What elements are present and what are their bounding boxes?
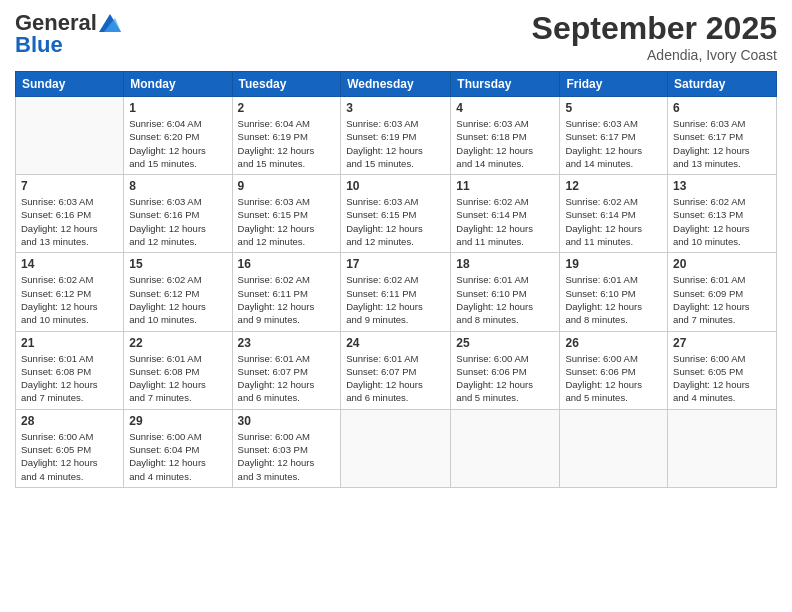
logo-icon (99, 14, 121, 32)
table-row: 4Sunrise: 6:03 AMSunset: 6:18 PMDaylight… (451, 97, 560, 175)
day-number: 13 (673, 179, 771, 193)
day-info: Sunrise: 6:01 AMSunset: 6:08 PMDaylight:… (129, 352, 226, 405)
calendar-week-row: 21Sunrise: 6:01 AMSunset: 6:08 PMDayligh… (16, 331, 777, 409)
day-number: 21 (21, 336, 118, 350)
day-number: 24 (346, 336, 445, 350)
table-row: 27Sunrise: 6:00 AMSunset: 6:05 PMDayligh… (668, 331, 777, 409)
day-number: 28 (21, 414, 118, 428)
day-number: 10 (346, 179, 445, 193)
month-title: September 2025 (532, 10, 777, 47)
day-info: Sunrise: 6:02 AMSunset: 6:14 PMDaylight:… (456, 195, 554, 248)
day-number: 9 (238, 179, 336, 193)
table-row (560, 409, 668, 487)
table-row: 12Sunrise: 6:02 AMSunset: 6:14 PMDayligh… (560, 175, 668, 253)
day-info: Sunrise: 6:02 AMSunset: 6:12 PMDaylight:… (21, 273, 118, 326)
table-row: 21Sunrise: 6:01 AMSunset: 6:08 PMDayligh… (16, 331, 124, 409)
title-block: September 2025 Adendia, Ivory Coast (532, 10, 777, 63)
day-number: 14 (21, 257, 118, 271)
day-info: Sunrise: 6:04 AMSunset: 6:19 PMDaylight:… (238, 117, 336, 170)
day-number: 27 (673, 336, 771, 350)
day-number: 30 (238, 414, 336, 428)
day-info: Sunrise: 6:00 AMSunset: 6:05 PMDaylight:… (673, 352, 771, 405)
table-row: 11Sunrise: 6:02 AMSunset: 6:14 PMDayligh… (451, 175, 560, 253)
table-row (668, 409, 777, 487)
table-row: 6Sunrise: 6:03 AMSunset: 6:17 PMDaylight… (668, 97, 777, 175)
day-info: Sunrise: 6:00 AMSunset: 6:06 PMDaylight:… (565, 352, 662, 405)
table-row: 18Sunrise: 6:01 AMSunset: 6:10 PMDayligh… (451, 253, 560, 331)
header-tuesday: Tuesday (232, 72, 341, 97)
day-info: Sunrise: 6:00 AMSunset: 6:06 PMDaylight:… (456, 352, 554, 405)
calendar-week-row: 7Sunrise: 6:03 AMSunset: 6:16 PMDaylight… (16, 175, 777, 253)
day-info: Sunrise: 6:03 AMSunset: 6:15 PMDaylight:… (238, 195, 336, 248)
table-row: 29Sunrise: 6:00 AMSunset: 6:04 PMDayligh… (124, 409, 232, 487)
table-row: 28Sunrise: 6:00 AMSunset: 6:05 PMDayligh… (16, 409, 124, 487)
day-info: Sunrise: 6:02 AMSunset: 6:14 PMDaylight:… (565, 195, 662, 248)
day-number: 7 (21, 179, 118, 193)
table-row: 26Sunrise: 6:00 AMSunset: 6:06 PMDayligh… (560, 331, 668, 409)
day-number: 1 (129, 101, 226, 115)
table-row: 3Sunrise: 6:03 AMSunset: 6:19 PMDaylight… (341, 97, 451, 175)
header-saturday: Saturday (668, 72, 777, 97)
location-subtitle: Adendia, Ivory Coast (532, 47, 777, 63)
day-number: 23 (238, 336, 336, 350)
header-wednesday: Wednesday (341, 72, 451, 97)
day-number: 22 (129, 336, 226, 350)
day-info: Sunrise: 6:01 AMSunset: 6:07 PMDaylight:… (238, 352, 336, 405)
calendar-week-row: 28Sunrise: 6:00 AMSunset: 6:05 PMDayligh… (16, 409, 777, 487)
table-row: 22Sunrise: 6:01 AMSunset: 6:08 PMDayligh… (124, 331, 232, 409)
day-info: Sunrise: 6:01 AMSunset: 6:07 PMDaylight:… (346, 352, 445, 405)
day-number: 29 (129, 414, 226, 428)
table-row: 5Sunrise: 6:03 AMSunset: 6:17 PMDaylight… (560, 97, 668, 175)
table-row: 30Sunrise: 6:00 AMSunset: 6:03 PMDayligh… (232, 409, 341, 487)
table-row: 16Sunrise: 6:02 AMSunset: 6:11 PMDayligh… (232, 253, 341, 331)
table-row: 1Sunrise: 6:04 AMSunset: 6:20 PMDaylight… (124, 97, 232, 175)
day-info: Sunrise: 6:00 AMSunset: 6:04 PMDaylight:… (129, 430, 226, 483)
day-info: Sunrise: 6:04 AMSunset: 6:20 PMDaylight:… (129, 117, 226, 170)
logo-blue: Blue (15, 32, 63, 58)
day-info: Sunrise: 6:00 AMSunset: 6:03 PMDaylight:… (238, 430, 336, 483)
day-info: Sunrise: 6:02 AMSunset: 6:11 PMDaylight:… (346, 273, 445, 326)
day-number: 2 (238, 101, 336, 115)
day-number: 8 (129, 179, 226, 193)
day-info: Sunrise: 6:03 AMSunset: 6:17 PMDaylight:… (673, 117, 771, 170)
day-number: 11 (456, 179, 554, 193)
day-info: Sunrise: 6:02 AMSunset: 6:11 PMDaylight:… (238, 273, 336, 326)
header-monday: Monday (124, 72, 232, 97)
table-row: 20Sunrise: 6:01 AMSunset: 6:09 PMDayligh… (668, 253, 777, 331)
day-info: Sunrise: 6:01 AMSunset: 6:08 PMDaylight:… (21, 352, 118, 405)
table-row (16, 97, 124, 175)
table-row: 9Sunrise: 6:03 AMSunset: 6:15 PMDaylight… (232, 175, 341, 253)
day-info: Sunrise: 6:03 AMSunset: 6:17 PMDaylight:… (565, 117, 662, 170)
day-info: Sunrise: 6:03 AMSunset: 6:16 PMDaylight:… (21, 195, 118, 248)
day-info: Sunrise: 6:03 AMSunset: 6:18 PMDaylight:… (456, 117, 554, 170)
calendar-table: Sunday Monday Tuesday Wednesday Thursday… (15, 71, 777, 488)
day-info: Sunrise: 6:02 AMSunset: 6:12 PMDaylight:… (129, 273, 226, 326)
table-row: 2Sunrise: 6:04 AMSunset: 6:19 PMDaylight… (232, 97, 341, 175)
table-row: 15Sunrise: 6:02 AMSunset: 6:12 PMDayligh… (124, 253, 232, 331)
day-number: 15 (129, 257, 226, 271)
day-info: Sunrise: 6:00 AMSunset: 6:05 PMDaylight:… (21, 430, 118, 483)
calendar-header-row: Sunday Monday Tuesday Wednesday Thursday… (16, 72, 777, 97)
day-info: Sunrise: 6:03 AMSunset: 6:19 PMDaylight:… (346, 117, 445, 170)
day-info: Sunrise: 6:02 AMSunset: 6:13 PMDaylight:… (673, 195, 771, 248)
table-row: 13Sunrise: 6:02 AMSunset: 6:13 PMDayligh… (668, 175, 777, 253)
day-number: 25 (456, 336, 554, 350)
calendar-week-row: 14Sunrise: 6:02 AMSunset: 6:12 PMDayligh… (16, 253, 777, 331)
day-info: Sunrise: 6:03 AMSunset: 6:15 PMDaylight:… (346, 195, 445, 248)
day-number: 18 (456, 257, 554, 271)
calendar-week-row: 1Sunrise: 6:04 AMSunset: 6:20 PMDaylight… (16, 97, 777, 175)
table-row: 23Sunrise: 6:01 AMSunset: 6:07 PMDayligh… (232, 331, 341, 409)
day-info: Sunrise: 6:03 AMSunset: 6:16 PMDaylight:… (129, 195, 226, 248)
table-row: 8Sunrise: 6:03 AMSunset: 6:16 PMDaylight… (124, 175, 232, 253)
table-row (341, 409, 451, 487)
table-row (451, 409, 560, 487)
day-number: 4 (456, 101, 554, 115)
header-thursday: Thursday (451, 72, 560, 97)
header-sunday: Sunday (16, 72, 124, 97)
day-info: Sunrise: 6:01 AMSunset: 6:10 PMDaylight:… (565, 273, 662, 326)
day-info: Sunrise: 6:01 AMSunset: 6:10 PMDaylight:… (456, 273, 554, 326)
day-number: 12 (565, 179, 662, 193)
day-number: 17 (346, 257, 445, 271)
day-number: 20 (673, 257, 771, 271)
table-row: 17Sunrise: 6:02 AMSunset: 6:11 PMDayligh… (341, 253, 451, 331)
